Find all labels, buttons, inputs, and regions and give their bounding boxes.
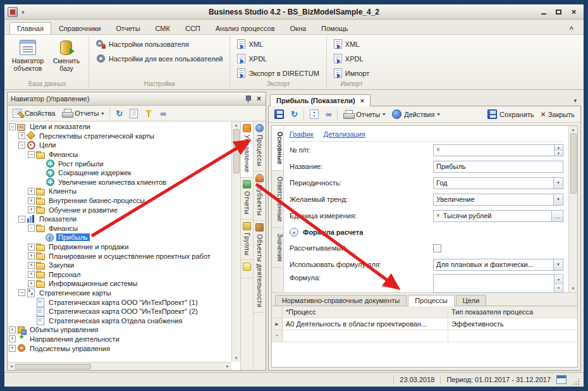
tree-expander-icon[interactable]: + [28,252,35,259]
period-combo[interactable]: Год [433,177,554,189]
refresh-object-button[interactable]: ↻ [288,108,301,120]
num-input[interactable]: × [433,144,554,156]
trend-combo[interactable]: Увеличение [433,194,554,206]
tree-expander-icon[interactable]: + [9,326,16,333]
tree-expander-icon[interactable]: + [9,345,16,352]
formula-spinner[interactable]: ▲ ▼ [554,274,563,293]
tree-vertical-scrollbar[interactable]: ▲ ▼ [231,121,240,362]
editor-reports-button[interactable]: Отчеты ▾ [340,108,388,121]
tree-item[interactable]: −Финансы [8,224,231,233]
xml-export-button[interactable]: XML [234,38,322,50]
combo-dropdown-icon[interactable]: ▼ [554,259,563,271]
tree-expander-icon[interactable]: + [28,244,35,251]
clear-icon[interactable]: × [436,147,440,153]
tree-item[interactable]: −Финансы [8,150,231,159]
scroll-down-icon[interactable]: ▼ [570,285,577,292]
side-tab-main[interactable]: Основные [272,126,283,171]
tree-item[interactable]: +Клиенты [8,187,231,196]
xpdl-export-button[interactable]: XPDL [234,53,322,65]
tree-item[interactable]: +Продвижение и продажи [8,242,231,252]
scroll-up-icon[interactable]: ▲ [233,122,240,128]
tree-expander-icon[interactable]: + [28,280,35,287]
calculated-checkbox[interactable] [433,244,441,252]
scrollbar-thumb[interactable] [570,133,577,194]
pin-icon[interactable] [245,95,252,103]
tree-expander-icon[interactable]: − [9,123,16,130]
tree-expander-icon[interactable]: + [28,206,35,213]
cell-process-empty[interactable] [283,330,448,342]
name-input[interactable]: Прибыль [433,161,563,173]
xml-import-button[interactable]: XML [331,38,372,50]
side-tab-values[interactable]: Значения [272,228,283,268]
tree-expander-icon[interactable]: − [18,216,25,223]
num-spinner[interactable]: ▲ ▼ [554,144,563,156]
tree-expander-icon[interactable]: + [28,271,35,278]
side-tab-subjects[interactable]: Субъекты [254,171,266,221]
side-tab-reports[interactable]: Отчеты [241,178,253,220]
ribbon-tab-home[interactable]: Главная [9,22,51,34]
filter-button[interactable] [142,108,156,120]
tree-expander-icon[interactable]: − [18,289,25,296]
expand-collapse-button[interactable] [307,108,322,121]
side-tab-management[interactable]: Управление [241,121,253,178]
tree-item[interactable]: +Обучение и развитие [8,205,231,214]
refresh-button[interactable]: ↻ [113,108,126,120]
user-settings-button[interactable]: Настройки пользователя [93,38,226,50]
tab-list-dropdown-icon[interactable]: ▾ [571,97,579,106]
scrollbar-thumb[interactable] [15,364,91,369]
formula-memo[interactable] [433,274,554,293]
tree-item[interactable]: Стратегическая карта ООО "ИнТехПроект" (… [8,307,231,316]
tree-item[interactable]: Рост прибыли [8,159,231,168]
side-tab-activity-objects[interactable]: Объекты деятельности [254,221,266,313]
tree-item[interactable]: Прибыль [8,233,231,242]
cell-indicator-type[interactable]: Эффективность [448,318,577,330]
xpdl-import-button[interactable]: XPDL [331,53,372,65]
tab-regulatory-documents[interactable]: Нормативно-справочные документы [275,295,407,306]
tree-item[interactable]: Увеличение количества клиентов [8,178,231,187]
tree-expander-icon[interactable]: + [28,197,35,204]
tree-item[interactable]: −Цели и показатели [8,122,231,132]
grid-column-process[interactable]: *Процесс [283,306,448,318]
document-tab-profit[interactable]: Прибыль (Показатели) × [270,94,371,106]
scroll-up-icon[interactable]: ▲ [570,127,577,133]
grid-column-indicator-type[interactable]: Тип показателя процесса [448,306,577,318]
ribbon-tab-help[interactable]: Помощь [314,22,356,34]
unit-lookup[interactable]: × Тысячи рублей [433,210,552,222]
tree-item[interactable]: Сокращение издержек [8,168,231,178]
save-and-stay-button[interactable]: Сохранить [484,108,537,121]
scrollbar-thumb[interactable] [233,129,240,173]
all-users-settings-button[interactable]: Настройки для всех пользователей [93,53,226,65]
link-button[interactable]: ∞ [157,108,169,120]
spin-down-icon[interactable]: ▼ [554,150,563,156]
tree-item[interactable]: +Перспективы стратегической карты [8,132,231,141]
tree-expander-icon[interactable]: + [18,132,25,139]
minimize-button[interactable] [537,7,550,16]
tree-item[interactable]: +Внутренние бизнес-процессы [8,196,231,206]
tree-expander-icon[interactable]: − [28,151,35,158]
side-tab-extra[interactable] [241,260,253,278]
app-logo-icon[interactable] [8,7,18,17]
resize-grip[interactable] [572,378,580,385]
side-tab-groups[interactable]: Группы [241,220,253,261]
tree-item[interactable]: Стратегическая карта ООО "ИнТехПроект" (… [8,297,231,307]
tab-goals[interactable]: Цели [456,295,486,306]
grid-new-row[interactable]: * [272,330,577,342]
tab-processes[interactable]: Процессы [408,295,454,306]
lookup-ellipsis-button[interactable]: … [552,210,563,222]
tree-horizontal-scrollbar[interactable]: ◄ ► [8,362,231,370]
tree-item[interactable]: −Цели [8,140,231,150]
ribbon-tab-ssp[interactable]: ССП [178,22,208,34]
tree-item[interactable]: −Показатели [8,214,231,224]
close-editor-button[interactable]: × Закрыть [538,109,578,120]
tree-item[interactable]: +Направления деятельности [8,335,231,344]
navigator-close-icon[interactable]: × [255,95,262,102]
clear-icon[interactable]: × [436,213,440,219]
change-database-button[interactable]: Сменить базу [48,37,85,73]
tree-item[interactable]: +Планирование и осуществление проектных … [8,251,231,261]
tree-item[interactable]: +Подсистемы управления [8,344,231,353]
maximize-button[interactable] [552,7,565,16]
tab-close-icon[interactable]: × [360,97,364,104]
side-tab-processes[interactable]: Процессы [254,121,266,171]
cell-process[interactable]: А0 Деятельность в области проектирован..… [283,318,448,330]
quick-access-dropdown-icon[interactable]: ▼ [21,10,25,15]
